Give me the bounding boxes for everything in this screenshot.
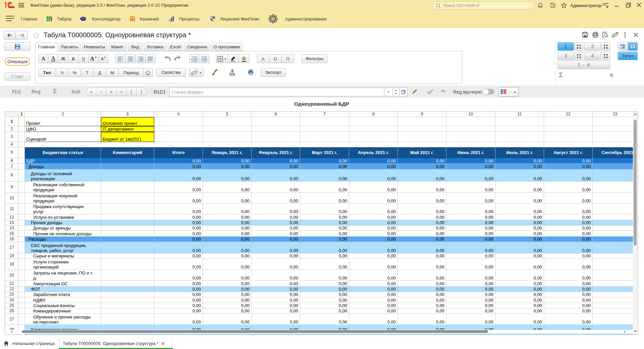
svg-text:К: К bbox=[83, 17, 85, 21]
svg-text:К: К bbox=[131, 17, 133, 20]
